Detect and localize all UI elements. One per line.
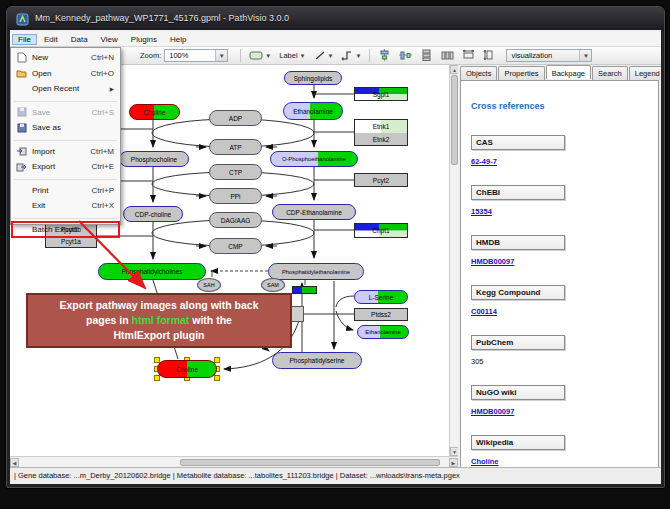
metabolite-node-l-serine[interactable]: L-Serine	[354, 290, 408, 304]
common-height-button[interactable]	[480, 47, 499, 64]
callout-line2: pages in html format with the	[28, 313, 290, 328]
metabolite-node-ethanolamine-2[interactable]: Ethanolamine	[357, 325, 409, 339]
metabolite-node-cmp[interactable]: CMP	[209, 238, 262, 254]
connector-tool-button[interactable]: ▼	[338, 47, 364, 64]
common-width-button[interactable]	[459, 47, 478, 64]
zoom-combobox[interactable]: 100% ▼	[164, 49, 228, 62]
line-tool-button[interactable]: ▼	[311, 47, 337, 64]
canvas-horizontal-scrollbar[interactable]: ◀ ▶	[10, 456, 458, 467]
menu-view[interactable]: View	[95, 34, 124, 45]
export-icon	[15, 161, 28, 172]
gene-node-etnk2[interactable]: Etnk2	[355, 133, 407, 145]
xref-link[interactable]: HMDB00097	[471, 257, 514, 266]
file-menu-item-open[interactable]: OpenCtrl+O	[11, 66, 120, 82]
visualization-combobox[interactable]: visualization ▼	[506, 49, 592, 62]
metabolite-node-sah[interactable]: SAH	[197, 278, 221, 292]
metabolite-node-phosphocholine[interactable]: Phosphocholine	[119, 151, 189, 167]
tab-backpage[interactable]: Backpage	[546, 65, 591, 79]
file-menu-item-new[interactable]: NewCtrl+N	[11, 50, 120, 66]
tab-properties[interactable]: Properties	[498, 66, 544, 80]
metabolite-node-dag[interactable]: DAG/AAG	[209, 212, 262, 228]
metabolite-node-choline[interactable]: Choline	[129, 104, 180, 120]
app-icon	[16, 12, 29, 25]
metabolite-node-phosphatidylserine[interactable]: Phosphatidylserine	[272, 352, 362, 369]
xref-link[interactable]: 15354	[471, 207, 492, 216]
menu-plugins[interactable]: Plugins	[125, 34, 163, 45]
gene-node-etnk1[interactable]: Etnk1	[355, 120, 407, 134]
file-menu-item-import[interactable]: ImportCtrl+M	[11, 144, 120, 160]
metabolite-node-ctp[interactable]: CTP	[209, 164, 262, 180]
file-menu-item-export[interactable]: ExportCtrl+E	[11, 159, 120, 175]
common-width-icon	[462, 47, 475, 65]
client-area: File Edit Data View Plugins Help Zoom: 1…	[10, 30, 661, 484]
file-menu-item-exit[interactable]: ExitCtrl+X	[11, 198, 120, 214]
gene-node-pemt-partial[interactable]	[292, 286, 317, 294]
xref-section-chebi: ChEBI 15354	[471, 185, 658, 218]
save-icon	[15, 107, 28, 118]
visualization-value: visualization	[511, 51, 552, 60]
align-center-x-icon	[378, 47, 391, 65]
window-title: Mm_Kennedy_pathway_WP1771_45176.gpml - P…	[35, 7, 289, 30]
metabolite-node-atp[interactable]: ATP	[209, 139, 262, 155]
menu-help[interactable]: Help	[164, 34, 192, 45]
xref-link[interactable]: HMDB00097	[471, 407, 514, 416]
align-center-y-button[interactable]	[396, 47, 415, 64]
statusbar: | Gene database: ...m_Derby_20120602.bri…	[10, 467, 661, 482]
open-folder-icon	[15, 68, 28, 79]
horizontal-scroll-thumb[interactable]	[180, 459, 440, 466]
xref-header: Kegg Compound	[471, 285, 565, 300]
titlebar[interactable]: Mm_Kennedy_pathway_WP1771_45176.gpml - P…	[7, 7, 664, 30]
file-menu-item-open-recent[interactable]: Open Recent▶	[11, 81, 120, 97]
metabolite-node-choline-selected[interactable]: Choline	[157, 360, 217, 378]
metabolite-node-cdp-choline[interactable]: CDP-choline	[123, 206, 183, 222]
selection-handle[interactable]	[214, 375, 220, 381]
xref-link[interactable]: 62-49-7	[471, 157, 497, 166]
metabolite-node-sphingolipids[interactable]: Sphingolipids	[284, 71, 342, 85]
label-tool-button[interactable]: Label ▼	[276, 47, 308, 64]
canvas-vertical-scrollbar[interactable]: ▲ ▼	[449, 65, 458, 456]
metabolite-node-ethanolamine[interactable]: Ethanolamine	[283, 102, 343, 120]
menu-edit[interactable]: Edit	[38, 34, 64, 45]
gene-group-etnk: Etnk1 Etnk2	[354, 119, 408, 146]
selection-handle[interactable]	[214, 357, 220, 363]
xref-section-cas: CAS 62-49-7	[471, 135, 658, 168]
tab-legend[interactable]: Legend	[629, 66, 661, 80]
callout-highlight: html format	[132, 314, 190, 326]
selection-handle[interactable]	[154, 375, 160, 381]
gene-node-sgpl1[interactable]: Sgpl1	[354, 87, 408, 101]
file-menu-item-save[interactable]: SaveCtrl+S	[11, 105, 120, 121]
stack-vertical-button[interactable]	[417, 47, 436, 64]
menu-file[interactable]: File	[12, 34, 37, 45]
xref-link[interactable]: C00114	[471, 307, 497, 316]
gene-node-pcyt2[interactable]: Pcyt2	[354, 173, 408, 187]
callout-line1: Export pathway images along with back	[28, 298, 290, 313]
metabolite-node-ppi[interactable]: PPi	[209, 188, 262, 204]
datanode-tool-button[interactable]: ▼	[246, 47, 274, 64]
xref-header: ChEBI	[471, 185, 565, 200]
scroll-left-icon[interactable]: ◀	[10, 458, 19, 467]
xref-section-hmdb: HMDB HMDB00097	[471, 235, 658, 268]
xref-section-nugo: NuGO wiki HMDB00097	[471, 385, 658, 418]
file-menu-item-print[interactable]: PrintCtrl+P	[11, 183, 120, 199]
gene-node-chpt1[interactable]: Chpt1	[354, 223, 408, 238]
callout-line3: HtmlExport plugin	[28, 328, 290, 343]
metabolite-node-o-phosphoethanolamine[interactable]: O-Phosphoethanolamine	[270, 151, 358, 167]
stack-horizontal-button[interactable]	[438, 47, 457, 64]
file-menu-item-batch-export[interactable]: Batch Export	[11, 222, 120, 238]
xref-link[interactable]: Choline	[471, 457, 499, 466]
label-tool-text: Label	[279, 51, 297, 60]
metabolite-node-cdp-ethanolamine[interactable]: CDP-Ethanolamine	[272, 204, 356, 220]
metabolite-node-adp[interactable]: ADP	[209, 110, 262, 126]
tab-search[interactable]: Search	[592, 66, 628, 80]
scroll-right-icon[interactable]: ▶	[449, 458, 458, 467]
metabolite-node-phosphatidylcholines[interactable]: Phosphatidylcholines	[98, 263, 206, 280]
menu-data[interactable]: Data	[65, 34, 94, 45]
vertical-scroll-thumb[interactable]	[451, 75, 458, 165]
metabolite-node-phosphatidylethanolamine[interactable]: Phosphatidylethanolamine	[268, 263, 364, 280]
tab-objects[interactable]: Objects	[460, 66, 497, 80]
gene-node-ptdss2[interactable]: Ptdss2	[354, 308, 408, 321]
align-center-x-button[interactable]	[375, 47, 394, 64]
file-menu-item-save-as[interactable]: Save as	[11, 120, 120, 136]
chevron-down-icon: ▼	[579, 50, 591, 61]
metabolite-node-sam[interactable]: SAM	[261, 278, 285, 292]
